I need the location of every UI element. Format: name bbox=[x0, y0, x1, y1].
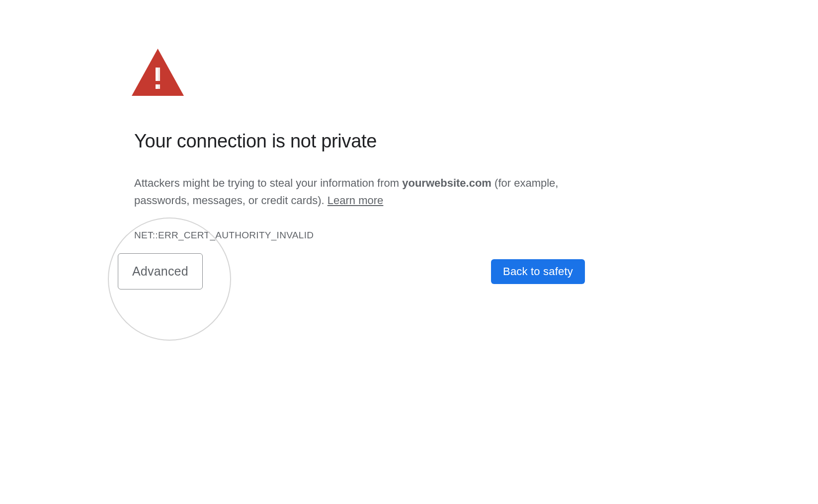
warning-heading: Your connection is not private bbox=[134, 131, 586, 152]
svg-rect-5 bbox=[158, 84, 161, 89]
learn-more-link[interactable]: Learn more bbox=[327, 194, 384, 207]
error-code: NET::ERR_CERT_AUTHORITY_INVALID bbox=[134, 230, 586, 241]
description-prefix: Attackers might be trying to steal your … bbox=[134, 177, 402, 189]
action-button-row: Advanced Back to safety bbox=[118, 253, 587, 289]
back-to-safety-button[interactable]: Back to safety bbox=[491, 259, 585, 284]
warning-triangle-icon bbox=[132, 49, 184, 96]
svg-rect-4 bbox=[158, 68, 161, 81]
security-warning-panel: Your connection is not private Attackers… bbox=[134, 49, 586, 241]
advanced-button[interactable]: Advanced bbox=[118, 253, 203, 289]
warning-description: Attackers might be trying to steal your … bbox=[134, 174, 586, 209]
description-host: yourwebsite.com bbox=[402, 177, 491, 189]
